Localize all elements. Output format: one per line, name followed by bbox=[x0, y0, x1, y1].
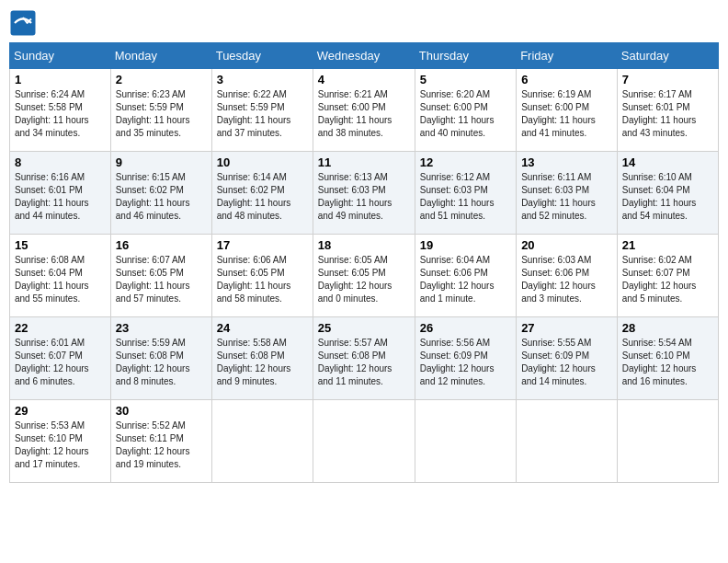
calendar-cell: 7Sunrise: 6:17 AM Sunset: 6:01 PM Daylig… bbox=[617, 69, 718, 152]
calendar-cell bbox=[313, 400, 415, 483]
calendar-cell: 14Sunrise: 6:10 AM Sunset: 6:04 PM Dayli… bbox=[617, 152, 718, 235]
day-number: 21 bbox=[622, 238, 713, 252]
day-info: Sunrise: 6:20 AM Sunset: 6:00 PM Dayligh… bbox=[420, 88, 511, 140]
calendar-cell: 2Sunrise: 6:23 AM Sunset: 5:59 PM Daylig… bbox=[110, 69, 211, 152]
day-number: 17 bbox=[217, 238, 308, 252]
day-number: 26 bbox=[420, 321, 511, 335]
calendar-cell: 6Sunrise: 6:19 AM Sunset: 6:00 PM Daylig… bbox=[517, 69, 618, 152]
day-info: Sunrise: 6:23 AM Sunset: 5:59 PM Dayligh… bbox=[116, 88, 207, 140]
day-number: 7 bbox=[622, 73, 713, 86]
svg-rect-0 bbox=[11, 11, 36, 36]
day-number: 9 bbox=[116, 155, 207, 169]
day-info: Sunrise: 6:19 AM Sunset: 6:00 PM Dayligh… bbox=[521, 88, 612, 140]
day-header-sunday: Sunday bbox=[10, 43, 111, 69]
day-number: 6 bbox=[521, 73, 612, 86]
day-info: Sunrise: 5:56 AM Sunset: 6:09 PM Dayligh… bbox=[420, 337, 511, 388]
calendar-cell: 28Sunrise: 5:54 AM Sunset: 6:10 PM Dayli… bbox=[617, 317, 718, 400]
day-number: 25 bbox=[318, 321, 410, 335]
day-info: Sunrise: 6:16 AM Sunset: 6:01 PM Dayligh… bbox=[15, 171, 106, 223]
calendar-week-row: 8Sunrise: 6:16 AM Sunset: 6:01 PM Daylig… bbox=[10, 152, 719, 235]
day-number: 24 bbox=[217, 321, 308, 335]
logo-icon bbox=[9, 9, 37, 37]
day-number: 3 bbox=[217, 73, 308, 86]
day-number: 14 bbox=[622, 155, 713, 169]
calendar-cell: 3Sunrise: 6:22 AM Sunset: 5:59 PM Daylig… bbox=[211, 69, 313, 152]
calendar-cell: 13Sunrise: 6:11 AM Sunset: 6:03 PM Dayli… bbox=[517, 152, 618, 235]
calendar-cell: 16Sunrise: 6:07 AM Sunset: 6:05 PM Dayli… bbox=[110, 235, 211, 317]
calendar-header-row: SundayMondayTuesdayWednesdayThursdayFrid… bbox=[10, 43, 719, 69]
day-info: Sunrise: 5:55 AM Sunset: 6:09 PM Dayligh… bbox=[521, 337, 612, 388]
calendar-table: SundayMondayTuesdayWednesdayThursdayFrid… bbox=[9, 42, 719, 483]
day-number: 20 bbox=[521, 238, 612, 252]
day-info: Sunrise: 6:14 AM Sunset: 6:02 PM Dayligh… bbox=[217, 171, 308, 223]
calendar-cell: 15Sunrise: 6:08 AM Sunset: 6:04 PM Dayli… bbox=[10, 235, 111, 317]
day-info: Sunrise: 5:59 AM Sunset: 6:08 PM Dayligh… bbox=[116, 337, 207, 388]
calendar-cell: 24Sunrise: 5:58 AM Sunset: 6:08 PM Dayli… bbox=[211, 317, 313, 400]
calendar-cell: 19Sunrise: 6:04 AM Sunset: 6:06 PM Dayli… bbox=[415, 235, 516, 317]
day-number: 12 bbox=[420, 155, 511, 169]
day-number: 29 bbox=[15, 404, 106, 418]
day-number: 1 bbox=[15, 73, 106, 86]
day-info: Sunrise: 5:57 AM Sunset: 6:08 PM Dayligh… bbox=[318, 337, 410, 388]
day-info: Sunrise: 6:24 AM Sunset: 5:58 PM Dayligh… bbox=[15, 88, 106, 140]
day-info: Sunrise: 6:03 AM Sunset: 6:06 PM Dayligh… bbox=[521, 254, 612, 305]
day-info: Sunrise: 6:22 AM Sunset: 5:59 PM Dayligh… bbox=[217, 88, 308, 140]
calendar-cell: 30Sunrise: 5:52 AM Sunset: 6:11 PM Dayli… bbox=[110, 400, 211, 483]
day-info: Sunrise: 5:54 AM Sunset: 6:10 PM Dayligh… bbox=[622, 337, 713, 388]
day-header-tuesday: Tuesday bbox=[211, 43, 313, 69]
day-number: 18 bbox=[318, 238, 410, 252]
day-number: 2 bbox=[116, 73, 207, 86]
day-info: Sunrise: 5:53 AM Sunset: 6:10 PM Dayligh… bbox=[15, 419, 106, 471]
calendar-cell: 9Sunrise: 6:15 AM Sunset: 6:02 PM Daylig… bbox=[110, 152, 211, 235]
day-info: Sunrise: 6:07 AM Sunset: 6:05 PM Dayligh… bbox=[116, 254, 207, 305]
calendar-cell: 26Sunrise: 5:56 AM Sunset: 6:09 PM Dayli… bbox=[415, 317, 516, 400]
calendar-cell bbox=[517, 400, 618, 483]
day-info: Sunrise: 5:58 AM Sunset: 6:08 PM Dayligh… bbox=[217, 337, 308, 388]
day-header-wednesday: Wednesday bbox=[313, 43, 415, 69]
calendar-cell: 1Sunrise: 6:24 AM Sunset: 5:58 PM Daylig… bbox=[10, 69, 111, 152]
calendar-cell: 21Sunrise: 6:02 AM Sunset: 6:07 PM Dayli… bbox=[617, 235, 718, 317]
calendar-cell: 20Sunrise: 6:03 AM Sunset: 6:06 PM Dayli… bbox=[517, 235, 618, 317]
calendar-cell: 4Sunrise: 6:21 AM Sunset: 6:00 PM Daylig… bbox=[313, 69, 415, 152]
day-number: 19 bbox=[420, 238, 511, 252]
day-number: 5 bbox=[420, 73, 511, 86]
calendar-cell: 8Sunrise: 6:16 AM Sunset: 6:01 PM Daylig… bbox=[10, 152, 111, 235]
calendar-cell bbox=[415, 400, 516, 483]
day-number: 10 bbox=[217, 155, 308, 169]
day-number: 30 bbox=[116, 404, 207, 418]
calendar-cell: 22Sunrise: 6:01 AM Sunset: 6:07 PM Dayli… bbox=[10, 317, 111, 400]
calendar-cell: 23Sunrise: 5:59 AM Sunset: 6:08 PM Dayli… bbox=[110, 317, 211, 400]
calendar-cell: 12Sunrise: 6:12 AM Sunset: 6:03 PM Dayli… bbox=[415, 152, 516, 235]
day-header-friday: Friday bbox=[517, 43, 618, 69]
day-number: 23 bbox=[116, 321, 207, 335]
day-number: 13 bbox=[521, 155, 612, 169]
logo bbox=[9, 9, 39, 37]
day-info: Sunrise: 5:52 AM Sunset: 6:11 PM Dayligh… bbox=[116, 419, 207, 471]
day-number: 16 bbox=[116, 238, 207, 252]
day-info: Sunrise: 6:15 AM Sunset: 6:02 PM Dayligh… bbox=[116, 171, 207, 223]
calendar-week-row: 22Sunrise: 6:01 AM Sunset: 6:07 PM Dayli… bbox=[10, 317, 719, 400]
day-info: Sunrise: 6:12 AM Sunset: 6:03 PM Dayligh… bbox=[420, 171, 511, 223]
day-info: Sunrise: 6:08 AM Sunset: 6:04 PM Dayligh… bbox=[15, 254, 106, 305]
calendar-cell: 10Sunrise: 6:14 AM Sunset: 6:02 PM Dayli… bbox=[211, 152, 313, 235]
calendar-cell: 29Sunrise: 5:53 AM Sunset: 6:10 PM Dayli… bbox=[10, 400, 111, 483]
day-number: 27 bbox=[521, 321, 612, 335]
day-header-thursday: Thursday bbox=[415, 43, 516, 69]
calendar-week-row: 29Sunrise: 5:53 AM Sunset: 6:10 PM Dayli… bbox=[10, 400, 719, 483]
calendar-cell: 11Sunrise: 6:13 AM Sunset: 6:03 PM Dayli… bbox=[313, 152, 415, 235]
calendar-week-row: 1Sunrise: 6:24 AM Sunset: 5:58 PM Daylig… bbox=[10, 69, 719, 152]
page-header bbox=[9, 9, 719, 37]
day-number: 4 bbox=[318, 73, 410, 86]
day-number: 15 bbox=[15, 238, 106, 252]
day-info: Sunrise: 6:17 AM Sunset: 6:01 PM Dayligh… bbox=[622, 88, 713, 140]
day-info: Sunrise: 6:01 AM Sunset: 6:07 PM Dayligh… bbox=[15, 337, 106, 388]
day-number: 11 bbox=[318, 155, 410, 169]
day-header-monday: Monday bbox=[110, 43, 211, 69]
day-header-saturday: Saturday bbox=[617, 43, 718, 69]
calendar-cell: 18Sunrise: 6:05 AM Sunset: 6:05 PM Dayli… bbox=[313, 235, 415, 317]
day-info: Sunrise: 6:13 AM Sunset: 6:03 PM Dayligh… bbox=[318, 171, 410, 223]
day-info: Sunrise: 6:11 AM Sunset: 6:03 PM Dayligh… bbox=[521, 171, 612, 223]
day-info: Sunrise: 6:21 AM Sunset: 6:00 PM Dayligh… bbox=[318, 88, 410, 140]
day-number: 22 bbox=[15, 321, 106, 335]
calendar-week-row: 15Sunrise: 6:08 AM Sunset: 6:04 PM Dayli… bbox=[10, 235, 719, 317]
